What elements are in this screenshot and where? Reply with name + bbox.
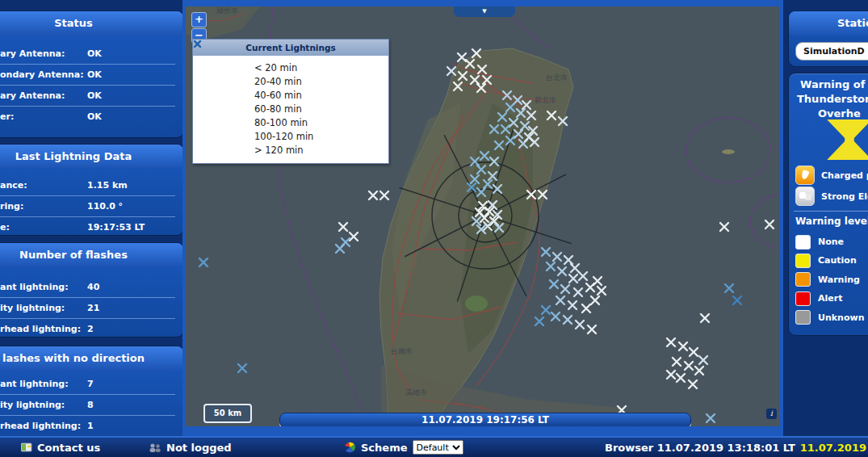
divider — [794, 211, 868, 212]
scheme-select[interactable]: Default — [413, 440, 463, 455]
last-lightning-rows: ance:1.15 kmring:110.0 °e:19:17:53 LT — [0, 169, 182, 237]
station-panel: Statio SimulationD — [788, 10, 868, 67]
collapse-panel-tab[interactable]: ▼ — [454, 6, 515, 17]
warning-level-row: Alert — [795, 291, 842, 305]
panel-row: rhead lightning:1 — [0, 416, 175, 436]
panel-row: ring:110.0 ° — [0, 196, 175, 217]
legend-item: 20-40 min — [193, 74, 388, 88]
warning-levels-title: Warning levels — [795, 216, 868, 227]
flashes-panel-rows: ant lightning:40ity lightning:21rhead li… — [0, 267, 182, 339]
no-direction-rows: ant lightning:7ity lightning:8rhead ligh… — [0, 371, 182, 436]
warning-level-swatch — [795, 291, 811, 306]
current-lightnings-legend: Current Lightnings < 20 min20-40 min40-6… — [192, 39, 389, 164]
panel-row: ary Antenna:OK — [0, 86, 175, 107]
warning-line-3: Overhe — [818, 107, 861, 119]
map-scale: 50 km — [203, 404, 252, 423]
thunderstorm-warning-icon — [826, 119, 868, 160]
contact-us-label: Contact us — [37, 442, 100, 454]
panel-row: rhead lightning:2 — [0, 319, 175, 339]
charged-precipitation-row: Charged preci — [795, 166, 868, 185]
zoom-in-button[interactable]: + — [191, 12, 207, 27]
svg-text:潮州市: 潮州市 — [216, 6, 238, 15]
svg-text:高雄市: 高雄市 — [405, 388, 427, 396]
small-island — [722, 149, 735, 154]
legend-item: 100-120 min — [193, 129, 388, 143]
panel-row: ary Antenna:OK — [0, 44, 175, 65]
left-sidebar: Status ary Antenna:OKondary Antenna:OKar… — [0, 0, 182, 436]
panel-row: ity lightning:8 — [0, 395, 175, 416]
charged-precipitation-icon — [795, 166, 815, 185]
scheme-control: Scheme Default — [344, 438, 463, 457]
warning-level-row: None — [795, 235, 844, 249]
legend-items: < 20 min20-40 min40-60 min60-80 min80-10… — [193, 56, 388, 163]
browser-time-label: Browser 11.07.2019 13:18:01 LT — [605, 442, 795, 454]
legend-title: Current Lightnings — [193, 40, 388, 56]
lightning-monitor-app: { "left_sidebar": { "status_panel": {"ti… — [0, 0, 868, 457]
warning-level-swatch — [795, 272, 811, 287]
warning-level-row: Warning — [795, 273, 860, 287]
panel-row: er:OK — [0, 107, 175, 127]
panel-row: e:19:17:53 LT — [0, 217, 175, 237]
flashes-panel-title: Number of flashes — [0, 243, 182, 267]
map-canvas[interactable]: 台北市新北市台南市高雄市潮州市 ▼ + − Current Lightnings… — [186, 6, 780, 426]
warning-level-swatch — [795, 310, 811, 325]
panel-row: ance:1.15 km — [0, 175, 175, 196]
no-direction-title: lashes with no direction — [0, 346, 182, 371]
warning-level-swatch — [795, 235, 811, 249]
legend-item: 40-60 min — [193, 88, 388, 102]
flashes-panel: Number of flashes ant lightning:40ity li… — [0, 242, 182, 338]
warning-line-2: Thunderstorm — [797, 93, 868, 105]
scheme-label: Scheme — [361, 442, 408, 454]
svg-text:台南市: 台南市 — [391, 347, 413, 355]
svg-text:新北市: 新北市 — [535, 96, 556, 104]
chevron-down-icon: ▼ — [482, 8, 486, 15]
contact-us-link[interactable]: Contact us — [21, 438, 100, 457]
warning-panel: Warning of P Thunderstorm Overhe Charged… — [788, 73, 868, 336]
panel-row: ant lightning:7 — [0, 374, 175, 395]
svg-text:台北市: 台北市 — [546, 73, 568, 82]
legend-item: > 120 min — [193, 143, 388, 157]
scheme-pinwheel-icon — [344, 442, 356, 453]
station-panel-title: Statio — [789, 11, 868, 36]
login-status-label: Not logged — [166, 442, 232, 454]
legend-item: 60-80 min — [193, 102, 388, 115]
no-direction-panel: lashes with no direction ant lightning:7… — [0, 346, 182, 436]
map-timestamp-bar: 11.07.2019 19:17:56 LT — [279, 413, 691, 426]
legend-item: < 20 min — [193, 61, 388, 74]
warning-level-swatch — [795, 254, 811, 268]
info-button[interactable]: i — [766, 409, 777, 419]
strong-electric-field-icon — [795, 187, 815, 206]
station-dropdown[interactable]: SimulationD — [795, 42, 868, 61]
status-panel-rows: ary Antenna:OKondary Antenna:OKary Anten… — [0, 36, 182, 127]
browser-datetime: Browser 11.07.2019 13:18:01 LT 11.07.201… — [605, 438, 866, 457]
status-panel-title: Status — [0, 11, 182, 36]
warning-level-row: Unknown — [795, 311, 864, 325]
green-park-patch — [465, 296, 488, 312]
login-status[interactable]: Not logged — [149, 438, 232, 457]
panel-row: ant lightning:40 — [0, 277, 175, 298]
status-panel: Status ary Antenna:OKondary Antenna:OKar… — [0, 10, 182, 138]
warning-line-1: Warning of P — [800, 78, 868, 90]
map-column: 台北市新北市台南市高雄市潮州市 ▼ + − Current Lightnings… — [182, 0, 783, 436]
user-icon — [149, 442, 161, 452]
charged-precipitation-label: Charged preci — [821, 170, 868, 181]
panel-row: ity lightning:21 — [0, 298, 175, 319]
strong-electric-field-row: Strong Electri — [795, 187, 868, 206]
bottom-status-bar: Contact us Not logged Scheme Default Bro… — [0, 436, 868, 457]
panel-row: ondary Antenna:OK — [0, 65, 175, 86]
strong-electric-field-label: Strong Electri — [821, 191, 868, 202]
last-lightning-panel: Last Lightning Data ance:1.15 kmring:110… — [0, 144, 182, 236]
warning-level-row: Caution — [795, 254, 857, 267]
right-sidebar: Statio SimulationD Warning of P Thunders… — [783, 0, 868, 436]
highlight-date-label: 11.07.2019 — [800, 442, 866, 454]
legend-item: 80-100 min — [193, 115, 388, 129]
last-lightning-title: Last Lightning Data — [0, 145, 182, 169]
mail-icon — [21, 442, 32, 452]
